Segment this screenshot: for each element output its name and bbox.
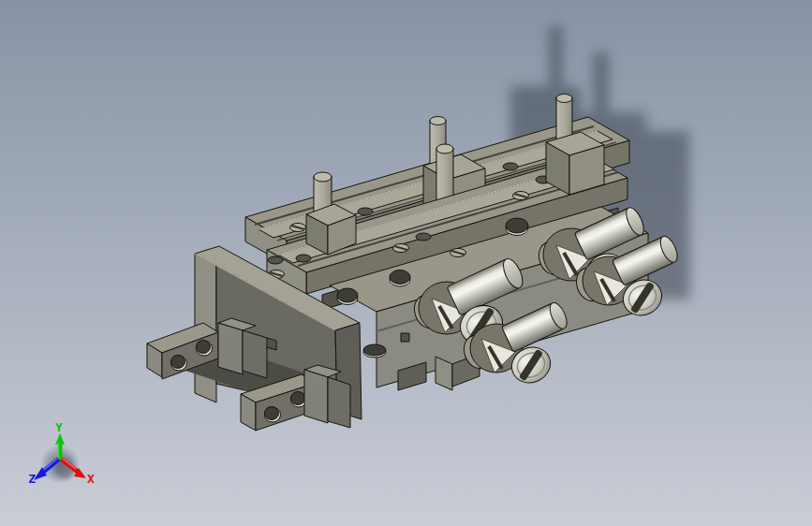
body-hole-1 [337,288,358,302]
cad-viewport[interactable]: X Y Z [0,0,812,526]
front-rail-slot-2 [416,233,431,241]
back-rail-slot [358,208,373,215]
pin-block-left[interactable] [306,172,356,255]
axis-label-z: Z [28,472,36,486]
body-front-notch [401,333,409,342]
orientation-triad[interactable]: X Y Z [28,420,95,486]
back-rail-slot-2 [503,163,518,170]
axis-label-y: Y [55,420,63,434]
arm2-hole-2 [291,392,305,405]
body-front-slot [363,344,386,356]
axis-label-x: X [87,472,95,486]
arm1-hole-1 [171,356,185,369]
front-rail-slot [296,255,311,262]
arm1-hole-2 [197,341,211,354]
body-hole-2 [390,270,410,285]
body-hole-3 [506,218,528,233]
assembly-model[interactable] [147,95,681,431]
front-rail-hole [268,256,283,264]
cad-canvas[interactable]: X Y Z [0,0,812,526]
arm2-hole-1 [265,407,279,420]
